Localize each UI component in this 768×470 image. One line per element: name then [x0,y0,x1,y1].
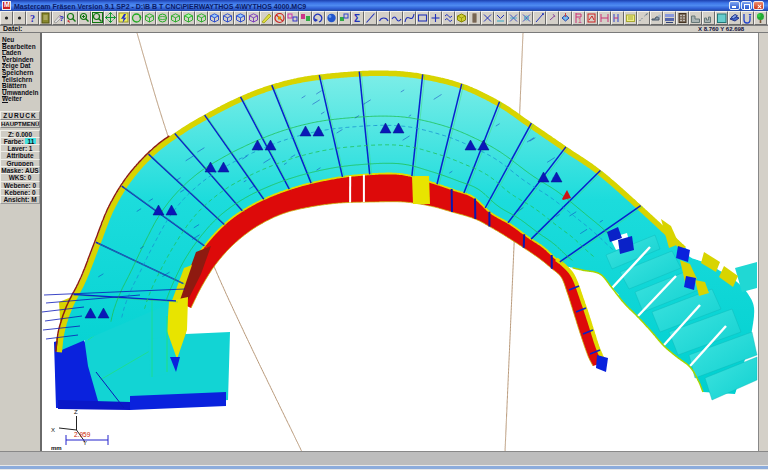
svg-text:Z: Z [74,409,78,415]
svg-text:Σ: Σ [354,13,360,24]
svg-text:1: 1 [578,17,582,24]
svg-text:?: ? [30,13,35,24]
svg-text:2.959: 2.959 [74,431,91,438]
svg-text:Y: Y [83,440,87,446]
svg-text:X: X [51,427,55,433]
svg-text:?: ? [59,14,64,23]
